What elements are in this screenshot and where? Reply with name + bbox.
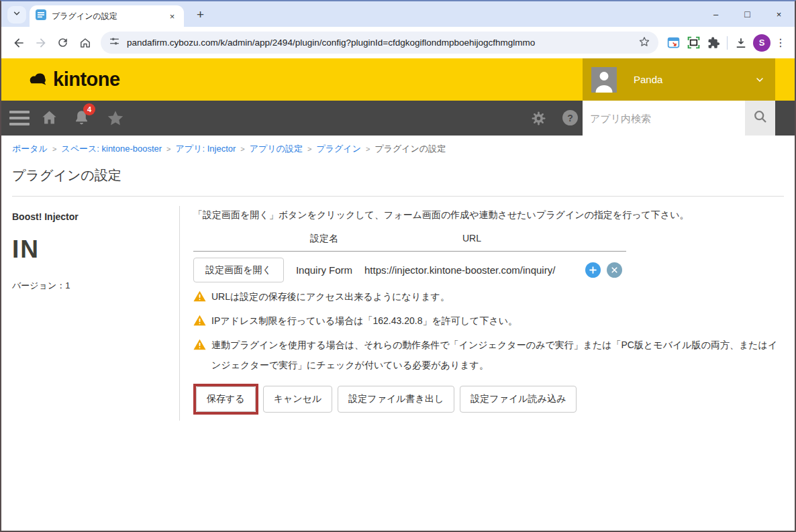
breadcrumb-separator: > [52,145,56,153]
warning-row: 連動プラグインを使用する場合は、それらの動作条件で「インジェクターのみで実行」ま… [193,335,784,375]
site-settings-icon[interactable] [109,36,120,50]
breadcrumb-separator: > [240,145,244,153]
header-spacer [193,233,284,245]
menu-hamburger-icon[interactable] [9,111,30,129]
warning-icon [193,290,206,302]
instruction-text: 「設定画面を開く」ボタンをクリックして、フォーム画面の作成や連動させたいプラグイ… [193,209,784,221]
window-minimize-button[interactable]: – [700,1,732,27]
export-settings-button[interactable]: 設定ファイル書き出し [338,386,454,413]
page-title: プラグインの設定 [12,166,784,184]
breadcrumb-separator: > [307,145,311,153]
favorites-star-icon[interactable] [106,109,125,130]
plugin-settings-main: 「設定画面を開く」ボタンをクリックして、フォーム画面の作成や連動させたいプラグイ… [179,206,784,421]
breadcrumb-plugin[interactable]: プラグイン [316,143,361,155]
help-icon[interactable]: ? [562,110,578,125]
app-search [583,101,775,136]
tab-close-icon[interactable]: × [166,11,178,22]
notifications-bell-icon[interactable]: 4 [72,109,91,129]
chevron-down-icon [12,9,21,21]
user-menu[interactable]: Panda [583,58,775,101]
app-toolbar: 4 ? [1,101,795,136]
bookmark-star-icon[interactable] [638,36,650,50]
user-avatar [591,67,617,93]
warning-icon [193,315,206,326]
breadcrumb-current: プラグインの設定 [375,143,446,155]
column-header-url: URL [364,233,579,245]
browser-window: プラグインの設定 × + – □ × pandafirm.cybozu.com/… [0,0,796,532]
back-button[interactable] [7,32,30,54]
tab-strip: プラグインの設定 × + – □ × [1,1,795,27]
config-name: Inquiry Form [284,264,364,276]
forward-button[interactable] [30,32,52,54]
browser-menu-icon[interactable]: ⋮ [773,36,789,49]
breadcrumb-space[interactable]: スペース: kintone-booster [61,143,162,155]
warning-text: URLは設定の保存後にアクセス出来るようになります。 [211,286,450,307]
window-maximize-button[interactable]: □ [732,1,763,27]
toolbar-separator [727,36,728,50]
tab-title: プラグインの設定 [52,11,161,22]
warning-icon [193,339,206,350]
settings-gear-icon[interactable] [530,110,547,129]
warning-text: 連動プラグインを使用する場合は、それらの動作条件で「インジェクターのみで実行」ま… [211,335,783,375]
save-button[interactable]: 保存する [196,386,256,412]
plugin-version: バージョン：1 [12,280,179,292]
action-buttons: 保存する キャンセル 設定ファイル書き出し 設定ファイル読み込み [193,384,784,415]
new-tab-button[interactable]: + [192,6,209,23]
breadcrumb: ポータル > スペース: kintone-booster > アプリ: Inje… [1,136,795,160]
home-button[interactable] [74,32,96,54]
user-name: Panda [634,74,662,85]
breadcrumb-separator: > [366,145,370,153]
kintone-logo[interactable]: kintone [26,68,120,91]
browser-tab[interactable]: プラグインの設定 × [30,5,184,27]
config-table-header: 設定名 URL [193,233,626,252]
cancel-button[interactable]: キャンセル [263,386,333,413]
profile-avatar[interactable]: S [753,34,770,52]
kintone-header: kintone Panda [1,58,795,101]
config-row: 設定画面を開く Inquiry Form https://injector.ki… [193,258,784,282]
breadcrumb-separator: > [166,145,170,153]
breadcrumb-app-settings[interactable]: アプリの設定 [250,143,303,155]
add-row-icon[interactable] [585,262,601,278]
tab-search-button[interactable] [7,6,26,23]
config-url: https://injector.kintone-booster.com/inq… [364,264,579,276]
refresh-button[interactable] [52,32,74,54]
app-search-input[interactable] [583,101,745,136]
url-text[interactable]: pandafirm.cybozu.com/k/admin/app/2494/pl… [127,38,632,48]
warning-row: IPアドレス制限を行っている場合は「162.43.20.8」を許可して下さい。 [193,311,784,331]
remove-row-icon[interactable] [607,262,622,278]
plugin-sidebar: Boost! Injector IN バージョン：1 [12,206,179,421]
portal-home-icon[interactable] [40,109,58,129]
app-search-button[interactable] [745,101,775,136]
search-magnifier-icon [752,109,768,127]
plugin-name: Boost! Injector [12,211,179,222]
open-settings-button[interactable]: 設定画面を開く [193,258,284,282]
plugin-config-content: Boost! Injector IN バージョン：1 「設定画面を開く」ボタンを… [1,197,795,421]
window-close-button[interactable]: × [763,1,795,27]
breadcrumb-portal[interactable]: ポータル [12,143,48,155]
kintone-cloud-icon [26,68,50,91]
breadcrumb-app[interactable]: アプリ: Injector [176,143,236,155]
user-menu-chevron-icon [754,74,765,85]
notification-badge: 4 [83,103,95,115]
kintone-logo-text: kintone [53,68,120,91]
warning-row: URLは設定の保存後にアクセス出来るようになります。 [193,286,784,307]
column-header-name: 設定名 [284,233,364,245]
import-settings-button[interactable]: 設定ファイル読み込み [460,386,577,413]
browser-toolbar: pandafirm.cybozu.com/k/admin/app/2494/pl… [1,27,795,58]
address-bar[interactable]: pandafirm.cybozu.com/k/admin/app/2494/pl… [101,32,658,54]
downloads-icon[interactable] [731,33,751,53]
extensions-puzzle-icon[interactable] [703,33,724,53]
save-button-highlight: 保存する [193,384,258,415]
plugin-logo: IN [12,235,179,264]
tab-favicon-icon [36,9,46,23]
window-controls: – □ × [700,1,795,27]
side-panel-extension-icon[interactable] [663,33,683,53]
warning-text: IPアドレス制限を行っている場合は「162.43.20.8」を許可して下さい。 [211,311,517,331]
fullscreen-extension-icon[interactable] [683,33,703,53]
